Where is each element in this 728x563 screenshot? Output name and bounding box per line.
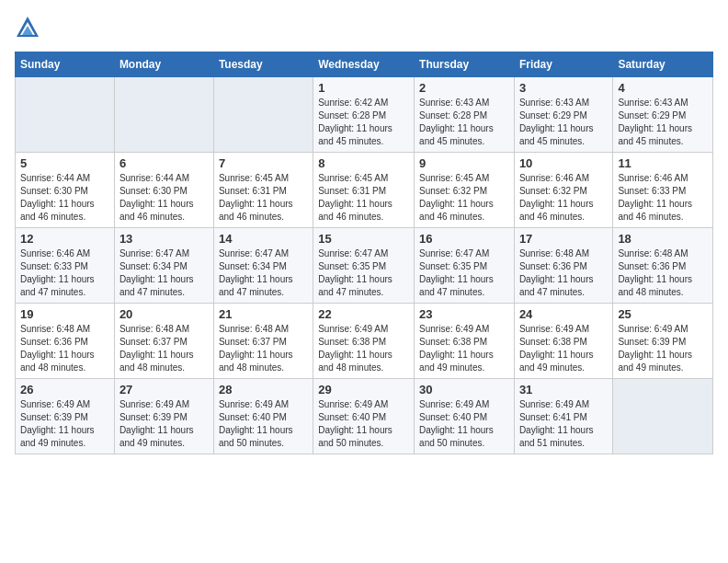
day-info: Sunrise: 6:44 AM Sunset: 6:30 PM Dayligh… bbox=[119, 172, 209, 224]
calendar-cell: 25Sunrise: 6:49 AM Sunset: 6:39 PM Dayli… bbox=[613, 304, 713, 379]
calendar-cell: 23Sunrise: 6:49 AM Sunset: 6:38 PM Dayli… bbox=[415, 304, 515, 379]
calendar-cell: 8Sunrise: 6:45 AM Sunset: 6:31 PM Daylig… bbox=[313, 153, 415, 228]
day-info: Sunrise: 6:48 AM Sunset: 6:37 PM Dayligh… bbox=[119, 323, 209, 374]
column-header-thursday: Thursday bbox=[415, 52, 515, 77]
calendar-cell: 19Sunrise: 6:48 AM Sunset: 6:36 PM Dayli… bbox=[16, 304, 115, 379]
day-number: 30 bbox=[419, 383, 509, 396]
calendar-cell: 9Sunrise: 6:45 AM Sunset: 6:32 PM Daylig… bbox=[415, 153, 515, 228]
day-number: 19 bbox=[20, 307, 109, 321]
day-number: 14 bbox=[219, 232, 308, 246]
calendar-header-row: SundayMondayTuesdayWednesdayThursdayFrid… bbox=[16, 52, 713, 77]
calendar-cell: 21Sunrise: 6:48 AM Sunset: 6:37 PM Dayli… bbox=[213, 304, 313, 379]
calendar-cell: 18Sunrise: 6:48 AM Sunset: 6:36 PM Dayli… bbox=[613, 228, 713, 304]
day-info: Sunrise: 6:45 AM Sunset: 6:32 PM Dayligh… bbox=[419, 172, 509, 224]
calendar-week-row: 1Sunrise: 6:42 AM Sunset: 6:28 PM Daylig… bbox=[16, 77, 713, 153]
calendar-cell: 4Sunrise: 6:43 AM Sunset: 6:29 PM Daylig… bbox=[613, 77, 713, 153]
calendar-week-row: 26Sunrise: 6:49 AM Sunset: 6:39 PM Dayli… bbox=[16, 379, 713, 454]
calendar-cell: 29Sunrise: 6:49 AM Sunset: 6:40 PM Dayli… bbox=[313, 379, 415, 454]
day-info: Sunrise: 6:44 AM Sunset: 6:30 PM Dayligh… bbox=[20, 172, 109, 224]
day-info: Sunrise: 6:49 AM Sunset: 6:41 PM Dayligh… bbox=[519, 398, 608, 450]
day-info: Sunrise: 6:49 AM Sunset: 6:38 PM Dayligh… bbox=[519, 323, 608, 374]
calendar-cell: 1Sunrise: 6:42 AM Sunset: 6:28 PM Daylig… bbox=[313, 77, 415, 153]
day-info: Sunrise: 6:47 AM Sunset: 6:35 PM Dayligh… bbox=[419, 247, 509, 299]
day-info: Sunrise: 6:49 AM Sunset: 6:39 PM Dayligh… bbox=[20, 398, 109, 450]
calendar-week-row: 12Sunrise: 6:46 AM Sunset: 6:33 PM Dayli… bbox=[16, 228, 713, 304]
calendar-week-row: 19Sunrise: 6:48 AM Sunset: 6:36 PM Dayli… bbox=[16, 304, 713, 379]
page-header bbox=[15, 15, 713, 40]
day-number: 4 bbox=[618, 81, 708, 95]
day-number: 13 bbox=[119, 232, 209, 246]
day-number: 27 bbox=[119, 383, 209, 396]
calendar-cell: 20Sunrise: 6:48 AM Sunset: 6:37 PM Dayli… bbox=[114, 304, 213, 379]
column-header-tuesday: Tuesday bbox=[213, 52, 313, 77]
calendar-cell: 13Sunrise: 6:47 AM Sunset: 6:34 PM Dayli… bbox=[114, 228, 213, 304]
day-number: 31 bbox=[519, 383, 608, 396]
day-number: 11 bbox=[618, 156, 708, 170]
day-number: 23 bbox=[419, 307, 509, 321]
calendar-cell bbox=[213, 77, 313, 153]
day-info: Sunrise: 6:45 AM Sunset: 6:31 PM Dayligh… bbox=[318, 172, 409, 224]
day-number: 21 bbox=[219, 307, 308, 321]
day-number: 6 bbox=[119, 156, 209, 170]
day-number: 17 bbox=[519, 232, 608, 246]
calendar-cell: 17Sunrise: 6:48 AM Sunset: 6:36 PM Dayli… bbox=[514, 228, 612, 304]
calendar-cell bbox=[114, 77, 213, 153]
calendar-cell: 30Sunrise: 6:49 AM Sunset: 6:40 PM Dayli… bbox=[415, 379, 515, 454]
day-info: Sunrise: 6:49 AM Sunset: 6:39 PM Dayligh… bbox=[618, 323, 708, 374]
day-info: Sunrise: 6:49 AM Sunset: 6:40 PM Dayligh… bbox=[318, 398, 409, 450]
day-info: Sunrise: 6:47 AM Sunset: 6:34 PM Dayligh… bbox=[219, 247, 308, 299]
day-number: 5 bbox=[20, 156, 109, 170]
day-number: 12 bbox=[20, 232, 109, 246]
day-info: Sunrise: 6:45 AM Sunset: 6:31 PM Dayligh… bbox=[219, 172, 308, 224]
calendar-cell: 27Sunrise: 6:49 AM Sunset: 6:39 PM Dayli… bbox=[114, 379, 213, 454]
calendar-cell: 15Sunrise: 6:47 AM Sunset: 6:35 PM Dayli… bbox=[313, 228, 415, 304]
day-info: Sunrise: 6:43 AM Sunset: 6:29 PM Dayligh… bbox=[618, 97, 708, 148]
day-info: Sunrise: 6:43 AM Sunset: 6:29 PM Dayligh… bbox=[519, 97, 608, 148]
day-number: 10 bbox=[519, 156, 608, 170]
day-info: Sunrise: 6:47 AM Sunset: 6:34 PM Dayligh… bbox=[119, 247, 209, 299]
calendar-cell: 31Sunrise: 6:49 AM Sunset: 6:41 PM Dayli… bbox=[514, 379, 612, 454]
day-number: 18 bbox=[618, 232, 708, 246]
column-header-saturday: Saturday bbox=[613, 52, 713, 77]
day-number: 29 bbox=[318, 383, 409, 396]
calendar-cell: 7Sunrise: 6:45 AM Sunset: 6:31 PM Daylig… bbox=[213, 153, 313, 228]
calendar-cell: 28Sunrise: 6:49 AM Sunset: 6:40 PM Dayli… bbox=[213, 379, 313, 454]
day-info: Sunrise: 6:43 AM Sunset: 6:28 PM Dayligh… bbox=[419, 97, 509, 148]
column-header-wednesday: Wednesday bbox=[313, 52, 415, 77]
day-info: Sunrise: 6:48 AM Sunset: 6:36 PM Dayligh… bbox=[20, 323, 109, 374]
calendar-cell: 16Sunrise: 6:47 AM Sunset: 6:35 PM Dayli… bbox=[415, 228, 515, 304]
day-info: Sunrise: 6:42 AM Sunset: 6:28 PM Dayligh… bbox=[318, 97, 409, 148]
calendar-cell bbox=[613, 379, 713, 454]
calendar-cell: 5Sunrise: 6:44 AM Sunset: 6:30 PM Daylig… bbox=[16, 153, 115, 228]
day-info: Sunrise: 6:48 AM Sunset: 6:36 PM Dayligh… bbox=[618, 247, 708, 299]
day-number: 8 bbox=[318, 156, 409, 170]
day-number: 15 bbox=[318, 232, 409, 246]
day-number: 9 bbox=[419, 156, 509, 170]
day-info: Sunrise: 6:48 AM Sunset: 6:37 PM Dayligh… bbox=[219, 323, 308, 374]
day-number: 2 bbox=[419, 81, 509, 95]
day-number: 22 bbox=[318, 307, 409, 321]
calendar-table: SundayMondayTuesdayWednesdayThursdayFrid… bbox=[15, 52, 713, 454]
day-info: Sunrise: 6:49 AM Sunset: 6:38 PM Dayligh… bbox=[318, 323, 409, 374]
day-number: 1 bbox=[318, 81, 409, 95]
column-header-friday: Friday bbox=[514, 52, 612, 77]
column-header-sunday: Sunday bbox=[16, 52, 115, 77]
day-number: 28 bbox=[219, 383, 308, 396]
day-info: Sunrise: 6:46 AM Sunset: 6:32 PM Dayligh… bbox=[519, 172, 608, 224]
day-number: 24 bbox=[519, 307, 608, 321]
day-info: Sunrise: 6:46 AM Sunset: 6:33 PM Dayligh… bbox=[20, 247, 109, 299]
day-number: 25 bbox=[618, 307, 708, 321]
day-info: Sunrise: 6:46 AM Sunset: 6:33 PM Dayligh… bbox=[618, 172, 708, 224]
day-info: Sunrise: 6:49 AM Sunset: 6:39 PM Dayligh… bbox=[119, 398, 209, 450]
day-info: Sunrise: 6:48 AM Sunset: 6:36 PM Dayligh… bbox=[519, 247, 608, 299]
day-info: Sunrise: 6:49 AM Sunset: 6:40 PM Dayligh… bbox=[419, 398, 509, 450]
logo bbox=[15, 15, 44, 40]
calendar-cell: 22Sunrise: 6:49 AM Sunset: 6:38 PM Dayli… bbox=[313, 304, 415, 379]
calendar-cell: 3Sunrise: 6:43 AM Sunset: 6:29 PM Daylig… bbox=[514, 77, 612, 153]
logo-icon bbox=[15, 15, 40, 40]
day-number: 3 bbox=[519, 81, 608, 95]
day-info: Sunrise: 6:49 AM Sunset: 6:40 PM Dayligh… bbox=[219, 398, 308, 450]
calendar-week-row: 5Sunrise: 6:44 AM Sunset: 6:30 PM Daylig… bbox=[16, 153, 713, 228]
day-number: 16 bbox=[419, 232, 509, 246]
calendar-cell: 26Sunrise: 6:49 AM Sunset: 6:39 PM Dayli… bbox=[16, 379, 115, 454]
